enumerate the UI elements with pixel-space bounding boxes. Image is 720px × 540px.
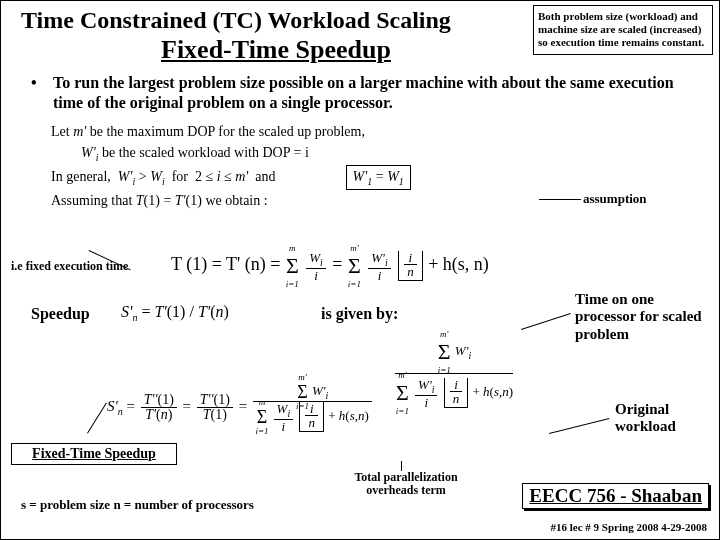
- is-given-by-label: is given by:: [321, 305, 398, 323]
- numerator-sum: Σm'i=1 W'i Σm'i=1 W'ii in + h(s,n): [395, 339, 513, 409]
- fixed-time-speedup-box: Fixed-Time Speedup: [11, 443, 177, 465]
- assumption-pointer: [539, 199, 581, 201]
- deriv-l1b: m': [73, 124, 86, 139]
- sum-icon: Σm'i=1: [348, 253, 361, 279]
- equation-t1: T (1) = T' (n) = Σmi=1 Wii = Σm'i=1 W'ii…: [171, 251, 489, 282]
- fts-pointer: [87, 402, 108, 434]
- speedup-label: Speedup: [31, 305, 90, 323]
- main-bullet: • To run the largest problem size possib…: [31, 73, 703, 113]
- bigsum-bot2: i=1: [396, 406, 409, 416]
- title-line-1: Time Constrained (TC) Workload Scaling: [21, 7, 451, 34]
- fixed-exec-time-pointer: [81, 250, 131, 287]
- bullet-text: To run the largest problem size possible…: [53, 73, 703, 113]
- assumption-label: assumption: [583, 191, 647, 207]
- time-on-one-pointer: [521, 313, 571, 331]
- derivation-block: Let m' be the maximum DOP for the scaled…: [51, 121, 411, 211]
- sum1-top: m: [289, 243, 296, 253]
- deriv-l4: Assuming that T(1) = T'(1) we obtain :: [51, 193, 268, 208]
- time-on-one-proc-label: Time on one processor for scaled problem: [575, 291, 709, 343]
- bigsum-bot: i=1: [438, 365, 451, 375]
- sum1-bot: i=1: [286, 279, 299, 289]
- s-n-definitions: s = problem size n = number of processor…: [21, 497, 254, 513]
- sum2-top: m': [350, 243, 358, 253]
- original-workload-label: Original workload: [615, 401, 715, 434]
- bigsum-top: m': [440, 329, 448, 339]
- sum2-bot: i=1: [348, 279, 361, 289]
- deriv-l1a: Let: [51, 124, 73, 139]
- sum-icon: Σmi=1: [286, 253, 299, 279]
- equation-speedup-full: S'n = T''(1)T'(n) = T''(1)T(1) = Σm'i=1 …: [107, 383, 374, 433]
- slide-meta-footer: #16 lec # 9 Spring 2008 4-29-2008: [551, 521, 707, 533]
- bullet-dot: •: [31, 73, 49, 93]
- deriv-l2b: be the scaled workload with DOP = i: [98, 145, 308, 160]
- plus-h: + h(s, n): [428, 254, 489, 274]
- course-footer: EECC 756 - Shaaban: [522, 483, 709, 509]
- boxed-w1: W'1 = W1: [346, 165, 411, 190]
- scaling-note-box: Both problem size (workload) and machine…: [533, 5, 713, 55]
- deriv-l3: In general, W'i > Wi for 2 ≤ i ≤ m' and: [51, 169, 276, 184]
- eq-t1-lhs: T (1) = T' (n) =: [171, 254, 280, 274]
- deriv-l2a: W': [81, 145, 96, 160]
- overheads-label: Total parallelization overheads term: [331, 471, 481, 497]
- bigsum-top2: m': [398, 370, 406, 380]
- original-workload-pointer: [549, 418, 610, 435]
- slide: Time Constrained (TC) Workload Scaling F…: [0, 0, 720, 540]
- equation-speedup-def: S'n = T'(1) / T'(n): [121, 303, 229, 323]
- title-line-2: Fixed-Time Speedup: [161, 35, 391, 65]
- deriv-l1c: be the maximum DOP for the scaled up pro…: [86, 124, 365, 139]
